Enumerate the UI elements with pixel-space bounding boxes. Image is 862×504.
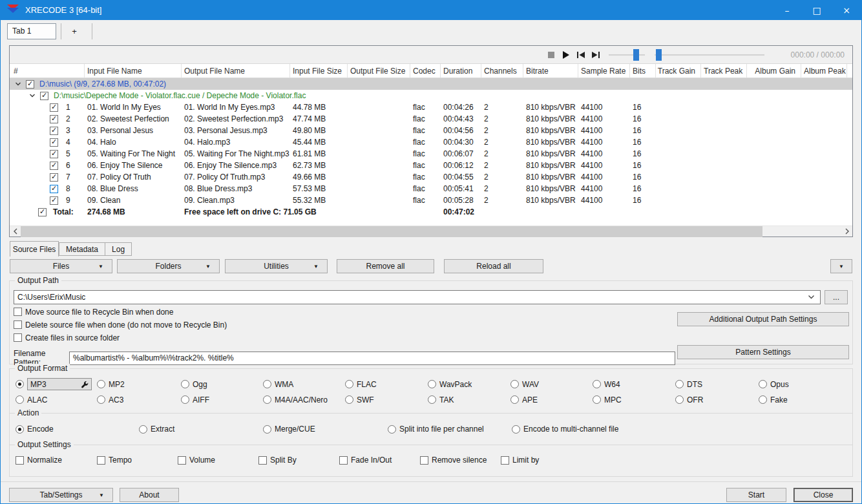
setting-checkbox[interactable]: [501, 456, 509, 465]
remove-all-button[interactable]: Remove all: [337, 259, 434, 273]
radio-icon[interactable]: [139, 425, 147, 434]
radio-icon[interactable]: [759, 380, 767, 388]
scroll-left-button[interactable]: [10, 226, 21, 237]
radio-option-m4a-aac-nero[interactable]: M4A/AAC/Nero: [263, 395, 345, 404]
radio-option-dts[interactable]: DTS: [675, 380, 759, 389]
table-row[interactable]: 707. Policy Of Truth07. Policy Of Truth.…: [10, 171, 852, 183]
chevron-down-icon[interactable]: [29, 92, 36, 99]
radio-option-mp2[interactable]: MP2: [97, 380, 181, 389]
horizontal-scrollbar[interactable]: [10, 226, 852, 236]
tab-1[interactable]: Tab 1: [7, 23, 56, 39]
seek-slider-thumb[interactable]: [656, 49, 662, 61]
setting-option-volume[interactable]: Volume: [178, 456, 258, 465]
column-header[interactable]: Channels: [481, 64, 523, 78]
setting-option-remove-silence[interactable]: Remove silence: [420, 456, 501, 465]
radio-option-wav[interactable]: WAV: [510, 380, 593, 389]
column-header[interactable]: Bitrate: [523, 64, 578, 78]
close-button[interactable]: Close: [794, 488, 853, 502]
delete-source-checkbox[interactable]: [14, 320, 22, 329]
setting-checkbox[interactable]: [16, 456, 24, 465]
source-folder-option[interactable]: Create files in source folder: [14, 332, 848, 343]
radio-option-ogg[interactable]: Ogg: [181, 380, 263, 389]
column-header[interactable]: Output File Size: [348, 64, 410, 78]
radio-icon[interactable]: [97, 380, 105, 388]
table-row[interactable]: 404. Halo04. Halo.mp345.44 MBflac00:04:3…: [10, 136, 852, 148]
table-row[interactable]: 303. Personal Jesus03. Personal Jesus.mp…: [10, 125, 852, 136]
radio-icon[interactable]: [345, 380, 353, 388]
setting-option-tempo[interactable]: Tempo: [97, 456, 178, 465]
selected-format-box[interactable]: MP3: [27, 378, 92, 390]
tab-source-files[interactable]: Source Files: [10, 241, 59, 257]
column-header[interactable]: Output File Name: [182, 64, 290, 78]
setting-checkbox[interactable]: [178, 456, 186, 465]
output-path-combobox[interactable]: C:\Users\Erix\Music: [14, 290, 821, 304]
additional-output-path-settings-button[interactable]: Additional Output Path Settings: [677, 312, 849, 326]
table-row[interactable]: 202. Sweetest Perfection02. Sweetest Per…: [10, 113, 852, 125]
table-row[interactable]: 101. World In My Eyes01. World In My Eye…: [10, 101, 852, 113]
column-header[interactable]: Track Gain: [656, 64, 701, 78]
tab-settings-button[interactable]: Tab/Settings▼: [9, 488, 113, 502]
radio-option-mp3[interactable]: MP3: [16, 378, 97, 390]
column-header[interactable]: Duration: [441, 64, 481, 78]
radio-icon[interactable]: [181, 395, 189, 404]
recycle-bin-checkbox[interactable]: [14, 308, 22, 316]
minimize-button[interactable]: –: [772, 0, 802, 20]
seek-slider[interactable]: [655, 49, 764, 61]
radio-icon[interactable]: [16, 395, 24, 404]
table-row[interactable]: 505. Waiting For The Night05. Waiting Fo…: [10, 148, 852, 160]
radio-icon[interactable]: [510, 380, 519, 388]
files-button[interactable]: Files▼: [10, 259, 112, 273]
radio-option-aiff[interactable]: AIFF: [181, 395, 263, 404]
radio-icon[interactable]: [593, 395, 601, 404]
radio-option-tak[interactable]: TAK: [428, 395, 510, 404]
radio-option-ac3[interactable]: AC3: [97, 395, 181, 404]
scrollbar-thumb[interactable]: [21, 226, 762, 237]
scroll-right-button[interactable]: [841, 226, 852, 237]
chevron-down-icon[interactable]: [15, 81, 21, 87]
group-row-folder[interactable]: D:\music\ (9/9, 274.68 MB, 00:47:02): [10, 78, 852, 90]
column-header[interactable]: Album Peak: [801, 64, 847, 78]
radio-icon[interactable]: [97, 395, 105, 404]
tab-metadata[interactable]: Metadata: [59, 243, 105, 255]
radio-option-ape[interactable]: APE: [510, 395, 593, 404]
utilities-button[interactable]: Utilities▼: [225, 259, 328, 273]
previous-track-button[interactable]: [576, 50, 586, 60]
maximize-button[interactable]: □: [802, 0, 832, 20]
row-checkbox[interactable]: [50, 115, 58, 123]
radio-icon[interactable]: [263, 380, 271, 388]
row-checkbox[interactable]: [50, 196, 58, 205]
radio-icon[interactable]: [428, 395, 436, 404]
radio-option-encode-to-multi-channel-file[interactable]: Encode to multi-channel file: [512, 425, 852, 434]
radio-icon[interactable]: [388, 425, 396, 434]
setting-checkbox[interactable]: [420, 456, 428, 465]
reload-all-button[interactable]: Reload all: [444, 259, 543, 273]
row-checkbox[interactable]: [50, 162, 58, 170]
radio-option-swf[interactable]: SWF: [345, 395, 428, 404]
radio-icon[interactable]: [675, 380, 684, 388]
radio-option-mpc[interactable]: MPC: [593, 395, 675, 404]
radio-icon[interactable]: [345, 395, 353, 404]
more-options-button[interactable]: ▼: [830, 259, 852, 273]
close-window-button[interactable]: ×: [832, 0, 861, 20]
row-checkbox[interactable]: [50, 173, 58, 182]
table-row[interactable]: 909. Clean09. Clean.mp355.32 MBflac00:05…: [10, 194, 852, 206]
table-row[interactable]: 606. Enjoy The Silence06. Enjoy The Sile…: [10, 160, 852, 171]
column-header[interactable]: Bits: [630, 64, 656, 78]
radio-option-split-into-file-per-channel[interactable]: Split into file per channel: [388, 425, 512, 434]
folders-button[interactable]: Folders▼: [117, 259, 220, 273]
setting-checkbox[interactable]: [258, 456, 267, 465]
radio-icon[interactable]: [512, 425, 520, 434]
column-header[interactable]: Sample Rate: [578, 64, 630, 78]
radio-option-fake[interactable]: Fake: [759, 395, 852, 404]
add-tab-button[interactable]: +: [61, 23, 87, 39]
setting-checkbox[interactable]: [339, 456, 348, 465]
radio-option-w64[interactable]: W64: [593, 380, 675, 389]
radio-icon[interactable]: [675, 395, 684, 404]
column-header[interactable]: Input File Size: [290, 64, 348, 78]
radio-option-extract[interactable]: Extract: [139, 425, 263, 434]
radio-option-flac[interactable]: FLAC: [345, 380, 428, 389]
setting-option-fade-in-out[interactable]: Fade In/Out: [339, 456, 420, 465]
radio-icon[interactable]: [181, 380, 189, 388]
radio-icon[interactable]: [593, 380, 601, 388]
total-checkbox[interactable]: [38, 208, 47, 216]
